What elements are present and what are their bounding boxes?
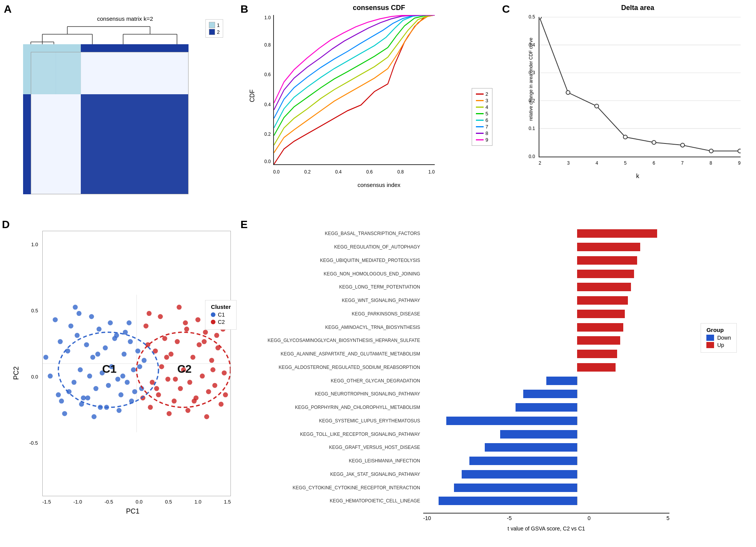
bar-row: KEGG_OTHER_GLYCAN_DEGRADATION bbox=[246, 375, 669, 387]
svg-point-27 bbox=[709, 149, 713, 153]
svg-point-79 bbox=[56, 392, 61, 397]
bar-label: KEGG_OTHER_GLYCAN_DEGRADATION bbox=[246, 378, 423, 384]
legend-e-down-swatch bbox=[706, 335, 714, 341]
bar-fill-area bbox=[423, 377, 654, 385]
svg-text:C1: C1 bbox=[102, 362, 117, 375]
bar-fill-area bbox=[423, 256, 654, 265]
svg-point-60 bbox=[117, 408, 122, 413]
axis-c-x-label: k bbox=[636, 173, 639, 180]
bar-label: KEGG_PARKINSONS_DISEASE bbox=[246, 311, 423, 317]
bar-label: KEGG_BASAL_TRANSCRIPTION_FACTORS bbox=[246, 231, 423, 236]
svg-point-80 bbox=[73, 305, 78, 310]
bar-fill-area bbox=[423, 443, 654, 452]
bar-label: KEGG_TOLL_LIKE_RECEPTOR_SIGNALING_PATHWA… bbox=[246, 432, 423, 437]
svg-point-52 bbox=[131, 367, 136, 372]
svg-point-24 bbox=[623, 135, 627, 139]
legend-e-down-label: Down bbox=[717, 335, 731, 341]
legend-e-title: Group bbox=[706, 327, 731, 333]
bar-label: KEGG_PORPHYRIN_AND_CHLOROPHYLL_METABOLIS… bbox=[246, 405, 423, 410]
svg-point-107 bbox=[144, 324, 149, 329]
bar-label: KEGG_NEUROTROPHIN_SIGNALING_PATHWAY bbox=[246, 391, 423, 397]
heatmap-a: consensus matrix k=2 bbox=[12, 15, 227, 208]
bar-fill-area bbox=[423, 350, 654, 358]
svg-point-39 bbox=[90, 355, 95, 360]
svg-point-48 bbox=[118, 392, 123, 397]
bar-label: KEGG_GRAFT_VERSUS_HOST_DISEASE bbox=[246, 445, 423, 450]
svg-point-83 bbox=[150, 380, 155, 385]
svg-point-82 bbox=[147, 311, 152, 316]
legend-d-c2-dot bbox=[211, 320, 215, 324]
bar-rect bbox=[577, 270, 634, 278]
svg-point-125 bbox=[210, 367, 215, 372]
svg-point-23 bbox=[595, 104, 599, 108]
chart-c-area: 0.0 0.1 0.2 0.3 0.4 0.5 bbox=[539, 17, 741, 157]
panel-e: E KEGG_BASAL_TRANSCRIPTION_FACTORSKEGG_R… bbox=[239, 215, 756, 547]
svg-point-98 bbox=[197, 342, 202, 347]
x-ticks-c: 23456789 bbox=[539, 160, 741, 166]
svg-point-66 bbox=[48, 374, 53, 379]
heatmap-grid bbox=[23, 44, 189, 194]
bar-label: KEGG_UBIQUITIN_MEDIATED_PROTEOLYSIS bbox=[246, 258, 423, 263]
legend-d: Cluster C1 C2 bbox=[205, 300, 237, 330]
svg-point-108 bbox=[148, 405, 153, 410]
svg-point-38 bbox=[87, 374, 92, 379]
svg-point-31 bbox=[59, 399, 64, 404]
bar-rect bbox=[500, 430, 577, 439]
svg-point-70 bbox=[85, 395, 90, 400]
legend-a-label-2: 2 bbox=[217, 29, 220, 35]
chart-c: relative change in area under CDF curve bbox=[531, 15, 744, 169]
panel-a: A consensus matrix k=2 bbox=[0, 0, 239, 215]
bar-row: KEGG_GLYCOSAMINOGLYCAN_BIOSYNTHESIS_HEPA… bbox=[246, 335, 669, 346]
bar-row: KEGG_JAK_STAT_SIGNALING_PATHWAY bbox=[246, 469, 669, 480]
bar-fill-area bbox=[423, 363, 654, 372]
bar-fill-area bbox=[423, 296, 654, 305]
svg-point-122 bbox=[183, 320, 188, 325]
svg-point-110 bbox=[167, 411, 172, 416]
bar-label: KEGG_NON_HOMOLOGOUS_END_JOINING bbox=[246, 271, 423, 277]
bar-fill-area bbox=[423, 243, 654, 251]
bar-rect bbox=[439, 497, 577, 505]
svg-point-25 bbox=[652, 140, 656, 144]
bar-row: KEGG_NON_HOMOLOGOUS_END_JOINING bbox=[246, 268, 669, 280]
svg-point-26 bbox=[681, 143, 684, 147]
svg-point-100 bbox=[203, 330, 208, 335]
bar-label: KEGG_WNT_SIGNALING_PATHWAY bbox=[246, 298, 423, 303]
panel-c: C Delta area relative change in area und… bbox=[500, 0, 756, 215]
legend-e-up-label: Up bbox=[717, 342, 724, 348]
svg-point-96 bbox=[190, 355, 195, 360]
x-ticks-d: -1.5-1.0-0.50.00.51.01.5 bbox=[42, 499, 231, 505]
axis-d-x-label: PC1 bbox=[126, 507, 139, 515]
svg-point-73 bbox=[114, 333, 119, 338]
panel-b-label: B bbox=[240, 3, 248, 15]
chart-e-wrap: KEGG_BASAL_TRANSCRIPTION_FACTORSKEGG_REG… bbox=[246, 227, 669, 535]
legend-a-label-1: 1 bbox=[217, 22, 220, 28]
bar-rect bbox=[577, 310, 625, 318]
legend-d-c2-label: C2 bbox=[218, 319, 225, 325]
pca-scatter: C1 C2 bbox=[43, 231, 230, 496]
bar-fill-area bbox=[423, 497, 654, 505]
chart-d-area: C1 C2 1.0 0.5 0.0 -0.5 bbox=[42, 231, 231, 496]
panel-b: B consensus CDF CDF bbox=[239, 0, 500, 215]
panel-d-label: D bbox=[2, 218, 10, 231]
bar-rect bbox=[462, 470, 577, 479]
legend-a-swatch-2 bbox=[209, 29, 215, 35]
svg-point-119 bbox=[154, 386, 159, 391]
bar-rect bbox=[577, 350, 617, 358]
svg-point-94 bbox=[184, 327, 189, 332]
bar-label: KEGG_JAK_STAT_SIGNALING_PATHWAY bbox=[246, 472, 423, 477]
bar-fill-area bbox=[423, 310, 654, 318]
panel-d: D PC2 bbox=[0, 215, 239, 547]
svg-point-99 bbox=[200, 374, 205, 379]
panel-c-title: Delta area bbox=[531, 4, 744, 12]
svg-point-120 bbox=[164, 355, 169, 360]
bar-fill-area bbox=[423, 430, 654, 439]
svg-point-103 bbox=[212, 383, 217, 388]
bar-row: KEGG_HEMATOPOIETIC_CELL_LINEAGE bbox=[246, 495, 669, 507]
svg-point-123 bbox=[192, 399, 197, 404]
x-axis-line-e bbox=[423, 513, 669, 514]
bar-label: KEGG_CYTOKINE_CYTOKINE_RECEPTOR_INTERACT… bbox=[246, 485, 423, 490]
bar-label: KEGG_ALANINE_ASPARTATE_AND_GLUTAMATE_MET… bbox=[246, 351, 423, 357]
svg-point-112 bbox=[185, 408, 190, 413]
svg-point-34 bbox=[75, 333, 80, 338]
bar-rect bbox=[577, 336, 620, 345]
